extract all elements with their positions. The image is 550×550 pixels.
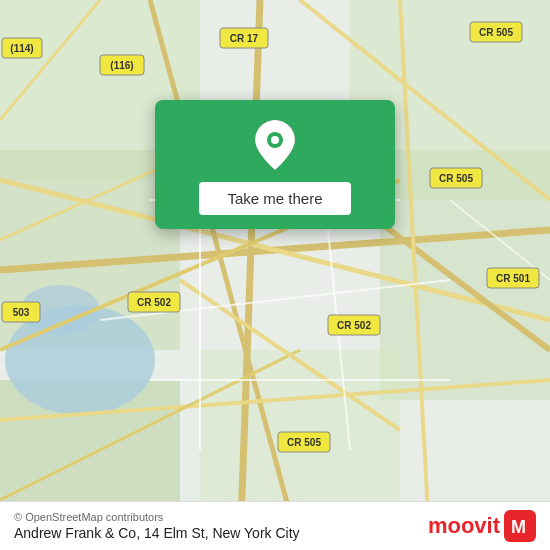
- moovit-logo: moovit M: [428, 510, 536, 542]
- moovit-text: moovit: [428, 513, 500, 539]
- take-me-there-button[interactable]: Take me there: [199, 182, 350, 215]
- svg-text:(114): (114): [10, 43, 33, 54]
- map-background: CR 17 CR 505 CR 505 CR 501 CR 502 CR 502…: [0, 0, 550, 550]
- svg-text:CR 502: CR 502: [337, 320, 371, 331]
- svg-text:CR 17: CR 17: [230, 33, 259, 44]
- bottom-left: © OpenStreetMap contributors Andrew Fran…: [14, 511, 300, 541]
- svg-text:CR 502: CR 502: [137, 297, 171, 308]
- svg-text:CR 505: CR 505: [287, 437, 321, 448]
- bottom-bar: © OpenStreetMap contributors Andrew Fran…: [0, 501, 550, 550]
- moovit-icon: M: [504, 510, 536, 542]
- svg-point-50: [271, 136, 279, 144]
- svg-text:M: M: [511, 517, 526, 537]
- osm-credit: © OpenStreetMap contributors: [14, 511, 300, 523]
- location-pin-icon: [253, 118, 297, 172]
- svg-text:CR 505: CR 505: [479, 27, 513, 38]
- location-card: Take me there: [155, 100, 395, 229]
- map-container: CR 17 CR 505 CR 505 CR 501 CR 502 CR 502…: [0, 0, 550, 550]
- svg-text:CR 505: CR 505: [439, 173, 473, 184]
- location-title: Andrew Frank & Co, 14 Elm St, New York C…: [14, 525, 300, 541]
- svg-text:(116): (116): [110, 60, 133, 71]
- svg-text:503: 503: [13, 307, 30, 318]
- svg-text:CR 501: CR 501: [496, 273, 530, 284]
